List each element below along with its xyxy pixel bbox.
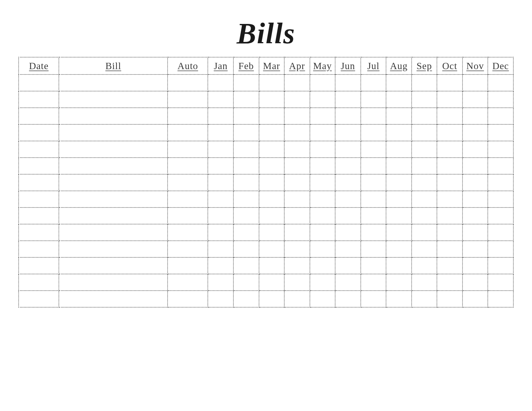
table-cell[interactable] bbox=[168, 207, 208, 224]
table-cell[interactable] bbox=[361, 141, 386, 158]
table-cell[interactable] bbox=[437, 224, 463, 241]
table-cell[interactable] bbox=[386, 207, 412, 224]
table-cell[interactable] bbox=[463, 108, 488, 124]
table-cell[interactable] bbox=[310, 207, 335, 224]
table-cell[interactable] bbox=[412, 224, 437, 241]
table-cell[interactable] bbox=[19, 74, 59, 91]
table-cell[interactable] bbox=[233, 158, 259, 174]
table-cell[interactable] bbox=[335, 158, 361, 174]
table-cell[interactable] bbox=[168, 291, 208, 307]
table-cell[interactable] bbox=[233, 291, 259, 307]
table-cell[interactable] bbox=[463, 224, 488, 241]
table-cell[interactable] bbox=[412, 191, 437, 207]
table-cell[interactable] bbox=[168, 224, 208, 241]
table-cell[interactable] bbox=[335, 74, 361, 91]
table-cell[interactable] bbox=[19, 191, 59, 207]
table-cell[interactable] bbox=[361, 207, 386, 224]
table-cell[interactable] bbox=[310, 274, 335, 291]
table-cell[interactable] bbox=[386, 191, 412, 207]
table-cell[interactable] bbox=[284, 241, 310, 257]
table-cell[interactable] bbox=[437, 91, 463, 108]
table-cell[interactable] bbox=[386, 174, 412, 191]
table-cell[interactable] bbox=[233, 241, 259, 257]
table-cell[interactable] bbox=[284, 141, 310, 158]
table-cell[interactable] bbox=[488, 274, 513, 291]
table-cell[interactable] bbox=[208, 124, 233, 141]
table-cell[interactable] bbox=[437, 207, 463, 224]
table-cell[interactable] bbox=[59, 174, 168, 191]
table-cell[interactable] bbox=[259, 291, 285, 307]
table-cell[interactable] bbox=[463, 141, 488, 158]
table-cell[interactable] bbox=[386, 74, 412, 91]
table-cell[interactable] bbox=[19, 158, 59, 174]
table-cell[interactable] bbox=[488, 91, 513, 108]
table-cell[interactable] bbox=[19, 224, 59, 241]
table-cell[interactable] bbox=[412, 91, 437, 108]
table-cell[interactable] bbox=[259, 108, 285, 124]
table-cell[interactable] bbox=[284, 257, 310, 274]
table-cell[interactable] bbox=[233, 91, 259, 108]
table-cell[interactable] bbox=[361, 291, 386, 307]
table-cell[interactable] bbox=[412, 274, 437, 291]
table-cell[interactable] bbox=[361, 174, 386, 191]
table-cell[interactable] bbox=[463, 191, 488, 207]
table-cell[interactable] bbox=[335, 274, 361, 291]
table-cell[interactable] bbox=[310, 74, 335, 91]
table-cell[interactable] bbox=[335, 224, 361, 241]
table-cell[interactable] bbox=[259, 274, 285, 291]
table-cell[interactable] bbox=[284, 158, 310, 174]
table-cell[interactable] bbox=[361, 108, 386, 124]
table-cell[interactable] bbox=[284, 191, 310, 207]
table-cell[interactable] bbox=[59, 191, 168, 207]
table-cell[interactable] bbox=[233, 191, 259, 207]
table-cell[interactable] bbox=[259, 207, 285, 224]
table-cell[interactable] bbox=[168, 191, 208, 207]
table-cell[interactable] bbox=[284, 274, 310, 291]
table-cell[interactable] bbox=[437, 241, 463, 257]
table-cell[interactable] bbox=[437, 74, 463, 91]
table-cell[interactable] bbox=[386, 291, 412, 307]
table-cell[interactable] bbox=[437, 191, 463, 207]
table-cell[interactable] bbox=[412, 207, 437, 224]
table-cell[interactable] bbox=[488, 108, 513, 124]
table-cell[interactable] bbox=[412, 108, 437, 124]
table-cell[interactable] bbox=[19, 141, 59, 158]
table-cell[interactable] bbox=[59, 74, 168, 91]
table-cell[interactable] bbox=[259, 158, 285, 174]
table-cell[interactable] bbox=[412, 291, 437, 307]
table-cell[interactable] bbox=[463, 257, 488, 274]
table-cell[interactable] bbox=[284, 108, 310, 124]
table-cell[interactable] bbox=[310, 108, 335, 124]
table-cell[interactable] bbox=[19, 274, 59, 291]
table-cell[interactable] bbox=[208, 174, 233, 191]
table-cell[interactable] bbox=[284, 124, 310, 141]
table-cell[interactable] bbox=[208, 274, 233, 291]
table-cell[interactable] bbox=[208, 141, 233, 158]
table-cell[interactable] bbox=[412, 74, 437, 91]
table-cell[interactable] bbox=[310, 174, 335, 191]
table-cell[interactable] bbox=[168, 174, 208, 191]
table-cell[interactable] bbox=[335, 174, 361, 191]
table-cell[interactable] bbox=[59, 224, 168, 241]
table-cell[interactable] bbox=[361, 241, 386, 257]
table-cell[interactable] bbox=[168, 91, 208, 108]
table-cell[interactable] bbox=[310, 257, 335, 274]
table-cell[interactable] bbox=[437, 274, 463, 291]
table-cell[interactable] bbox=[412, 158, 437, 174]
table-cell[interactable] bbox=[463, 91, 488, 108]
table-cell[interactable] bbox=[361, 191, 386, 207]
table-cell[interactable] bbox=[168, 74, 208, 91]
table-cell[interactable] bbox=[208, 91, 233, 108]
table-cell[interactable] bbox=[437, 124, 463, 141]
table-cell[interactable] bbox=[488, 174, 513, 191]
table-cell[interactable] bbox=[463, 291, 488, 307]
table-cell[interactable] bbox=[19, 241, 59, 257]
table-cell[interactable] bbox=[284, 207, 310, 224]
table-cell[interactable] bbox=[208, 158, 233, 174]
table-cell[interactable] bbox=[59, 207, 168, 224]
table-cell[interactable] bbox=[335, 91, 361, 108]
table-cell[interactable] bbox=[335, 241, 361, 257]
table-cell[interactable] bbox=[310, 124, 335, 141]
table-cell[interactable] bbox=[59, 141, 168, 158]
table-cell[interactable] bbox=[361, 257, 386, 274]
